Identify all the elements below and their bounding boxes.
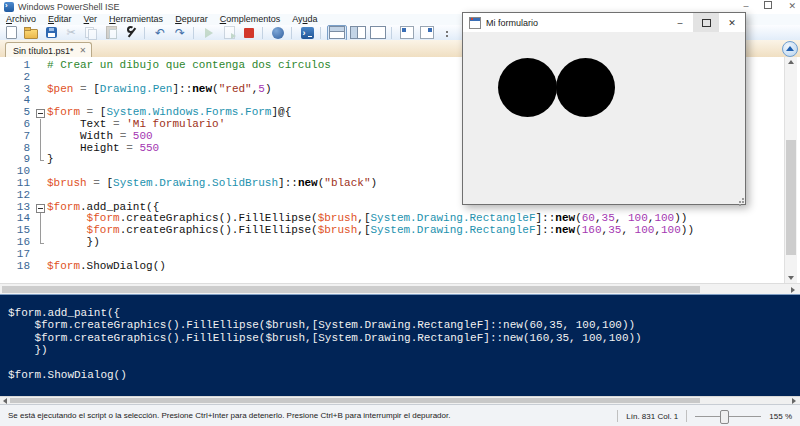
- script-tab[interactable]: Sin título1.ps1* ✕: [5, 42, 92, 57]
- new-script-icon: [6, 26, 17, 39]
- form-title-bar[interactable]: Mi formulario – ✕: [463, 13, 745, 32]
- scroll-up-icon[interactable]: [786, 57, 796, 67]
- fold-margin: [34, 166, 47, 178]
- fold-margin: [34, 72, 47, 84]
- console-scroll-thumb[interactable]: [10, 398, 700, 403]
- vertical-scroll-thumb[interactable]: [786, 140, 796, 255]
- status-separator: [686, 410, 687, 422]
- fold-collapse-icon[interactable]: [34, 107, 47, 119]
- toolbar-separator: [193, 27, 194, 39]
- minimize-button[interactable]: –: [743, 1, 748, 12]
- console-line: }): [8, 344, 800, 356]
- fold-margin: [34, 237, 47, 249]
- copy-icon[interactable]: [82, 26, 100, 40]
- show-command-addon-icon: [420, 26, 434, 39]
- code-text: $form.ShowDialog(): [47, 261, 166, 273]
- open-script-icon[interactable]: [22, 26, 40, 40]
- zoom-slider-thumb[interactable]: [720, 410, 729, 424]
- fold-margin: [34, 143, 47, 155]
- drawn-circle-right: [556, 58, 615, 117]
- code-line-18: 18$form.ShowDialog(): [0, 261, 784, 273]
- menu-item-editar[interactable]: Editar: [42, 14, 78, 25]
- show-script-pane-maximized-icon[interactable]: [369, 26, 387, 40]
- redo-icon[interactable]: ↷: [171, 26, 189, 40]
- script-tab-label: Sin título1.ps1*: [13, 46, 74, 56]
- paste-icon[interactable]: [102, 26, 120, 40]
- toolbar-separator: [262, 27, 263, 39]
- start-powershell-icon[interactable]: [298, 26, 316, 40]
- fold-margin: [34, 261, 47, 273]
- scroll-right-icon[interactable]: [789, 396, 798, 404]
- code-line-15: 15 $form.createGraphics().FillEllipse($b…: [0, 225, 784, 237]
- toolbar-separator: [320, 27, 321, 39]
- menu-item-complementos[interactable]: Complementos: [214, 14, 287, 25]
- show-script-pane-maximized-icon: [370, 26, 386, 39]
- form-minimize-button[interactable]: –: [667, 13, 693, 32]
- cursor-position: Lín. 831 Col. 1: [626, 412, 678, 421]
- menu-item-archivo[interactable]: Archivo: [0, 14, 42, 25]
- run-script-icon[interactable]: [200, 26, 218, 40]
- form-close-button[interactable]: ✕: [719, 13, 745, 32]
- menu-item-herramientas[interactable]: Herramientas: [103, 14, 169, 25]
- fold-margin: [34, 95, 47, 107]
- powershell-app-icon: [4, 2, 14, 12]
- mi-formulario-window[interactable]: Mi formulario – ✕: [462, 12, 746, 205]
- menu-item-ayuda[interactable]: Ayuda: [286, 14, 323, 25]
- code-text: }): [47, 237, 100, 249]
- scroll-right-icon[interactable]: [788, 285, 798, 294]
- form-client-area: [463, 32, 745, 204]
- close-button[interactable]: ✕: [788, 1, 796, 12]
- undo-icon: ↶: [155, 27, 165, 39]
- menu-item-depurar[interactable]: Depurar: [169, 14, 214, 25]
- menu-item-ver[interactable]: Ver: [78, 14, 104, 25]
- show-script-pane-right-icon[interactable]: [349, 26, 367, 40]
- scroll-down-icon[interactable]: [786, 273, 796, 283]
- zoom-percentage: 155 %: [769, 412, 792, 421]
- run-selection-icon[interactable]: [220, 26, 238, 40]
- resize-grip[interactable]: [735, 194, 744, 203]
- new-script-icon[interactable]: [2, 26, 20, 40]
- toolbar-overflow-icon[interactable]: [438, 26, 456, 40]
- collapse-script-pane-button[interactable]: [782, 41, 798, 57]
- fold-margin: [34, 225, 47, 237]
- form-maximize-button[interactable]: [693, 13, 719, 32]
- clear-console-icon: [125, 26, 138, 39]
- show-command-addon-icon[interactable]: [418, 26, 436, 40]
- start-powershell-icon: [301, 27, 314, 39]
- tab-close-icon[interactable]: ✕: [80, 47, 87, 55]
- console-pane[interactable]: $form.add_paint({ $form.createGraphics()…: [0, 294, 800, 396]
- line-number: 16: [0, 237, 34, 249]
- fold-margin: [34, 213, 47, 225]
- show-command-window-icon[interactable]: [398, 26, 416, 40]
- toolbar-separator: [291, 27, 292, 39]
- run-script-icon: [205, 28, 213, 38]
- line-number: 17: [0, 249, 34, 261]
- console-line: $form.ShowDialog(): [8, 369, 800, 381]
- maximize-button[interactable]: [764, 1, 772, 12]
- line-number: 7: [0, 131, 34, 143]
- show-script-pane-top-icon: [329, 26, 345, 39]
- save-icon[interactable]: [42, 26, 60, 40]
- scroll-left-icon[interactable]: [1, 396, 10, 404]
- show-script-pane-top-icon[interactable]: [327, 25, 347, 41]
- save-icon: [46, 27, 57, 38]
- toolbar-separator: [391, 27, 392, 39]
- new-remote-powershell-tab-icon[interactable]: [269, 26, 287, 40]
- fold-margin: [34, 119, 47, 131]
- fold-collapse-icon[interactable]: [34, 202, 47, 214]
- stop-operation-icon: [244, 28, 254, 38]
- window-title: Windows PowerShell ISE: [18, 2, 120, 12]
- console-line: $form.add_paint({: [8, 307, 800, 319]
- horizontal-scroll-thumb[interactable]: [2, 286, 700, 293]
- code-text: Height = 550: [47, 143, 159, 155]
- zoom-slider[interactable]: [695, 409, 761, 423]
- line-number: 2: [0, 72, 34, 84]
- clear-console-icon[interactable]: [122, 26, 140, 40]
- undo-icon[interactable]: ↶: [151, 26, 169, 40]
- editor-vertical-scrollbar[interactable]: [784, 57, 797, 283]
- code-text: $pen = [Drawing.Pen]::new("red",5): [47, 84, 272, 96]
- code-text: $form.createGraphics().FillEllipse($brus…: [47, 225, 694, 237]
- cut-icon[interactable]: ✂: [62, 26, 80, 40]
- stop-operation-icon[interactable]: [240, 26, 258, 40]
- fold-margin: [34, 249, 47, 261]
